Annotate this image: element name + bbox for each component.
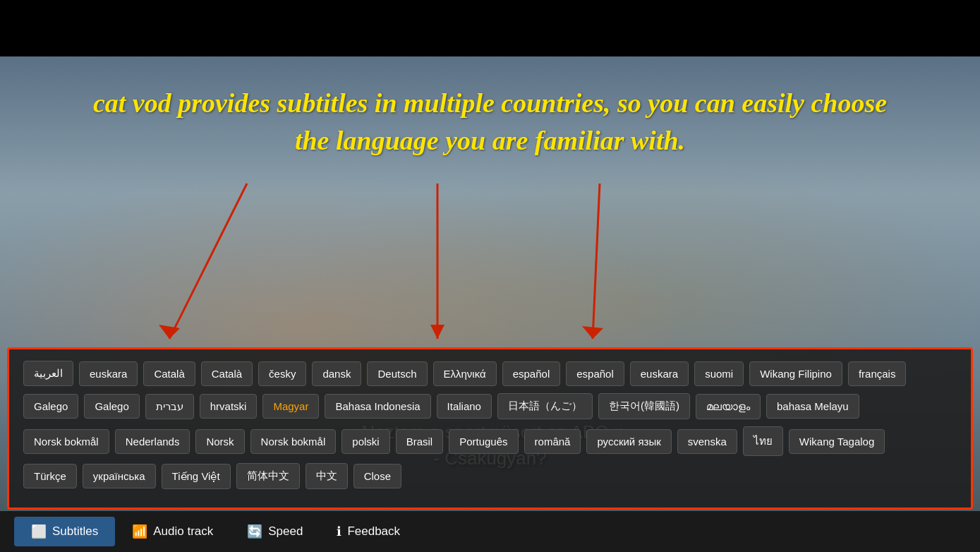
promo-line1: cat vod provides subtitles in multiple c…: [0, 85, 980, 122]
lang-deutsch[interactable]: Deutsch: [367, 361, 427, 386]
language-panel: العربية euskara Català Català česky dans…: [7, 347, 973, 510]
lang-wikang-tagalog[interactable]: Wikang Tagalog: [789, 429, 885, 454]
lang-hebrew[interactable]: עברית: [145, 394, 194, 419]
lang-greek[interactable]: Ελληνικά: [433, 361, 497, 386]
lang-norsk[interactable]: Norsk: [195, 429, 244, 454]
subtitles-icon: ⬜: [31, 524, 47, 539]
lang-dansk[interactable]: dansk: [312, 361, 361, 386]
lang-catala-1[interactable]: Català: [143, 361, 195, 386]
language-row-1: العربية euskara Català Català česky dans…: [23, 361, 957, 386]
lang-cesky[interactable]: česky: [258, 361, 306, 386]
feedback-label: Feedback: [347, 524, 400, 539]
language-row-4: Türkçe українська Tiếng Việt 简体中文 中文 Clo…: [23, 463, 957, 489]
promo-text: cat vod provides subtitles in multiple c…: [0, 85, 980, 160]
lang-magyar[interactable]: Magyar: [262, 394, 319, 419]
language-row-2: Galego Galego עברית hrvatski Magyar Baha…: [23, 393, 957, 419]
dark-top-bar: [0, 0, 980, 56]
lang-svenska[interactable]: svenska: [677, 429, 737, 454]
lang-romana[interactable]: română: [524, 429, 581, 454]
lang-nederlands[interactable]: Nederlands: [115, 429, 190, 454]
speed-button[interactable]: 🔄 Speed: [230, 517, 320, 546]
lang-italiano[interactable]: Italiano: [437, 394, 492, 419]
lang-polski[interactable]: polski: [341, 429, 389, 454]
audio-track-icon: 📶: [132, 524, 147, 539]
lang-japanese[interactable]: 日本語（んご）: [497, 393, 593, 419]
lang-korean[interactable]: 한국어(韓國語): [598, 393, 690, 419]
language-row-3: Norsk bokmål Nederlands Norsk Norsk bokm…: [23, 426, 957, 456]
lang-catala-2[interactable]: Català: [201, 361, 253, 386]
lang-malayalam[interactable]: മലയാളം: [696, 394, 761, 419]
subtitles-label: Subtitles: [52, 524, 98, 539]
lang-hrvatski[interactable]: hrvatski: [200, 394, 258, 419]
lang-francais[interactable]: français: [848, 361, 907, 386]
subtitles-button[interactable]: ⬜ Subtitles: [14, 517, 115, 546]
speed-icon: 🔄: [247, 524, 262, 539]
speed-label: Speed: [268, 524, 303, 539]
lang-bahasa-indonesia[interactable]: Bahasa Indonesia: [325, 394, 430, 419]
lang-chinese[interactable]: 中文: [306, 463, 348, 489]
lang-thai[interactable]: ไทย: [743, 426, 783, 456]
lang-turkce[interactable]: Türkçe: [23, 464, 77, 488]
lang-tieng-viet[interactable]: Tiếng Việt: [162, 464, 231, 489]
feedback-button[interactable]: ℹ Feedback: [320, 517, 417, 546]
lang-norsk-bokmal-2[interactable]: Norsk bokmål: [250, 429, 337, 454]
lang-espanol-1[interactable]: español: [502, 361, 561, 386]
lang-euskara-1[interactable]: euskara: [79, 361, 138, 386]
audio-track-label: Audio track: [153, 524, 213, 539]
lang-suomi[interactable]: suomi: [694, 361, 744, 386]
lang-espanol-2[interactable]: español: [566, 361, 624, 386]
bottom-toolbar: ⬜ Subtitles 📶 Audio track 🔄 Speed ℹ Feed…: [0, 511, 980, 552]
promo-line2: the language you are familiar with.: [0, 122, 980, 160]
close-button[interactable]: Close: [353, 464, 401, 488]
lang-wikang-filipino[interactable]: Wikang Filipino: [749, 361, 842, 386]
lang-simplified-chinese[interactable]: 简体中文: [236, 463, 300, 489]
lang-portugues[interactable]: Português: [449, 429, 518, 454]
lang-galego-1[interactable]: Galego: [23, 394, 78, 419]
lang-bahasa-melayu[interactable]: bahasa Melayu: [766, 394, 859, 419]
lang-brasil[interactable]: Brasil: [396, 429, 444, 454]
lang-euskara-2[interactable]: euskara: [630, 361, 689, 386]
lang-galego-2[interactable]: Galego: [84, 394, 139, 419]
lang-arabic[interactable]: العربية: [23, 361, 73, 386]
lang-norsk-bokmal-1[interactable]: Norsk bokmål: [23, 429, 109, 454]
audio-track-button[interactable]: 📶 Audio track: [115, 517, 230, 546]
lang-ukrainian[interactable]: українська: [83, 464, 156, 488]
lang-russian[interactable]: русский язык: [586, 429, 671, 454]
feedback-icon: ℹ: [337, 524, 341, 539]
